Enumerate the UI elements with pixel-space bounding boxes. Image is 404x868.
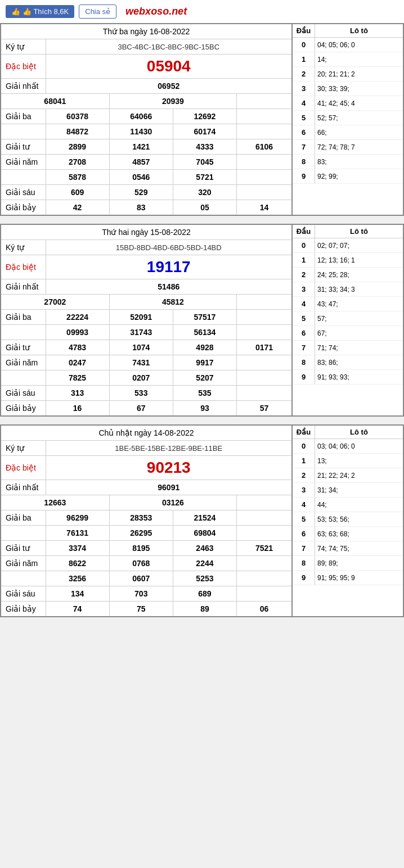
loto-values: 92; 99; bbox=[315, 169, 403, 183]
ky-tu-label: Ký tự bbox=[1, 240, 46, 255]
giai-bay-val-2: 05 bbox=[173, 200, 236, 216]
dau-number: 8 bbox=[293, 155, 315, 169]
dau-number: 4 bbox=[293, 498, 315, 512]
loto-values: 24; 25; 28; bbox=[315, 268, 403, 282]
loto-panel-3: ĐầuLô tô003; 04; 06; 0113;221; 22; 24; 2… bbox=[293, 424, 404, 617]
dau-number: 9 bbox=[293, 370, 315, 384]
dau-number: 2 bbox=[293, 67, 315, 81]
fb-like-button[interactable]: 👍 👍 Thích 8,6K bbox=[6, 5, 74, 18]
loto-row-5: 557; bbox=[293, 311, 403, 326]
sections-container: Thứ ba ngày 16-08-2022Ký tự3BC-4BC-1BC-8… bbox=[0, 23, 404, 617]
section-wrap-1: Thứ ba ngày 16-08-2022Ký tự3BC-4BC-1BC-8… bbox=[0, 23, 404, 216]
giai-tu-val-0: 2899 bbox=[46, 139, 109, 155]
giai-ba-label-0: Giải ba bbox=[1, 109, 46, 124]
section-2: Thứ hai ngày 15-08-2022Ký tự15BD-8BD-4BD… bbox=[0, 224, 404, 417]
dau-number: 1 bbox=[293, 454, 315, 468]
giai-nhat-label: Giải nhất bbox=[1, 79, 46, 94]
loto-header: ĐầuLô tô bbox=[293, 225, 403, 238]
loto-row-4: 444; bbox=[293, 498, 403, 512]
dau-number: 2 bbox=[293, 468, 315, 482]
giai-ba-label-1 bbox=[1, 325, 46, 340]
giai-sau-label: Giải sáu bbox=[1, 386, 46, 401]
loto-row-6: 666; bbox=[293, 125, 403, 140]
dau-number: 5 bbox=[293, 512, 315, 526]
loto-row-7: 772; 74; 78; 7 bbox=[293, 140, 403, 155]
loto-values: 72; 74; 78; 7 bbox=[315, 140, 403, 154]
loto-row-9: 991; 93; 93; bbox=[293, 370, 403, 385]
giai-ba-val-5: 60174 bbox=[173, 124, 236, 139]
giai-bay-label: Giải bảy bbox=[1, 602, 46, 617]
giai-sau-label: Giải sáu bbox=[1, 185, 46, 200]
giai-tu-val-2: 4928 bbox=[173, 340, 236, 355]
giai-ba-val-4: 26295 bbox=[109, 526, 173, 541]
giai-sau-val-2: 320 bbox=[173, 185, 236, 200]
dau-number: 7 bbox=[293, 541, 315, 555]
giai-tu-val-3: 0171 bbox=[237, 340, 292, 355]
dau-number: 7 bbox=[293, 140, 315, 154]
fb-share-button[interactable]: Chia sẻ bbox=[79, 4, 116, 19]
giai-sau-val-1: 703 bbox=[109, 586, 173, 602]
giai-nhat-label: Giải nhất bbox=[1, 279, 46, 295]
giai-nam-val-3: 7825 bbox=[46, 370, 109, 386]
giai-ba-val-4: 11430 bbox=[109, 124, 173, 139]
giai-bay-val-3: 14 bbox=[237, 200, 292, 216]
giai-nam-label-0: Giải năm bbox=[1, 556, 46, 571]
dau-number: 0 bbox=[293, 38, 315, 52]
dau-number: 3 bbox=[293, 82, 315, 96]
ky-tu-value: 15BD-8BD-4BD-6BD-5BD-14BD bbox=[46, 240, 292, 255]
giai-tu-val-0: 3374 bbox=[46, 541, 109, 556]
dau-number: 7 bbox=[293, 341, 315, 355]
giai-bay-val-1: 67 bbox=[109, 401, 173, 417]
dau-number: 4 bbox=[293, 96, 315, 110]
giai-nam-val-0: 2708 bbox=[46, 155, 109, 170]
giai-ba-val-0: 60378 bbox=[46, 109, 109, 124]
dac-biet-label: Đặc biệt bbox=[1, 55, 46, 79]
giai-ba-val-5: 56134 bbox=[173, 325, 236, 340]
loto-row-1: 112; 13; 16; 1 bbox=[293, 253, 403, 268]
loto-row-6: 663; 63; 68; bbox=[293, 527, 403, 541]
giai-nam-val-1: 4857 bbox=[109, 155, 173, 170]
loto-values: 66; bbox=[315, 125, 403, 139]
loto-values: 91; 93; 93; bbox=[315, 370, 403, 384]
giai-ba-label-0: Giải ba bbox=[1, 310, 46, 325]
loto-row-8: 889; 89; bbox=[293, 556, 403, 571]
giai-bay-val-2: 93 bbox=[173, 401, 236, 417]
giai-nam-val-2: 7045 bbox=[173, 155, 236, 170]
giai-nam-label-0: Giải năm bbox=[1, 355, 46, 370]
dau-number: 3 bbox=[293, 282, 315, 296]
loto-values: 14; bbox=[315, 52, 403, 66]
dau-number: 0 bbox=[293, 439, 315, 453]
giai-tu-label: Giải tư bbox=[1, 541, 46, 556]
giai-nam-val-3: 5878 bbox=[46, 170, 109, 185]
giai-tu-val-1: 1421 bbox=[109, 139, 173, 155]
loto-row-7: 771; 74; bbox=[293, 341, 403, 355]
date-label: Thứ ba ngày 16-08-2022 bbox=[1, 24, 292, 39]
loto-header: ĐầuLô tô bbox=[293, 24, 403, 38]
loto-row-0: 003; 04; 06; 0 bbox=[293, 439, 403, 454]
loto-values: 91; 95; 95; 9 bbox=[315, 571, 403, 585]
giai-nam-val-5: 5253 bbox=[173, 571, 236, 586]
dau-number: 5 bbox=[293, 311, 315, 326]
giai-nam-val-4: 0207 bbox=[109, 370, 173, 386]
loto-row-3: 330; 33; 39; bbox=[293, 82, 403, 96]
giai-nam-val-0: 8622 bbox=[46, 556, 109, 571]
giai-bay-label: Giải bảy bbox=[1, 401, 46, 417]
loto-values: 03; 04; 06; 0 bbox=[315, 439, 403, 453]
loto-values: 13; bbox=[315, 454, 403, 468]
giai-ba-val-2: 57517 bbox=[173, 310, 236, 325]
giai-nam-val-5: 5207 bbox=[173, 370, 236, 386]
lo-to-header: Lô tô bbox=[315, 24, 403, 37]
giai-ba-val-3: 09993 bbox=[46, 325, 109, 340]
giai-tu-val-2: 4333 bbox=[173, 139, 236, 155]
giai-tu-val-1: 1074 bbox=[109, 340, 173, 355]
loto-values: 83; bbox=[315, 155, 403, 169]
dau-number: 9 bbox=[293, 169, 315, 183]
giai-nhat-value: 06952 bbox=[46, 79, 292, 94]
loto-values: 43; 47; bbox=[315, 297, 403, 311]
giai-ba-label-0: Giải ba bbox=[1, 510, 46, 526]
giai-nam-val-2: 9917 bbox=[173, 355, 236, 370]
loto-values: 71; 74; bbox=[315, 341, 403, 355]
giai-tu-val-0: 4783 bbox=[46, 340, 109, 355]
loto-row-5: 553; 53; 56; bbox=[293, 512, 403, 527]
loto-values: 31; 34; bbox=[315, 483, 403, 497]
